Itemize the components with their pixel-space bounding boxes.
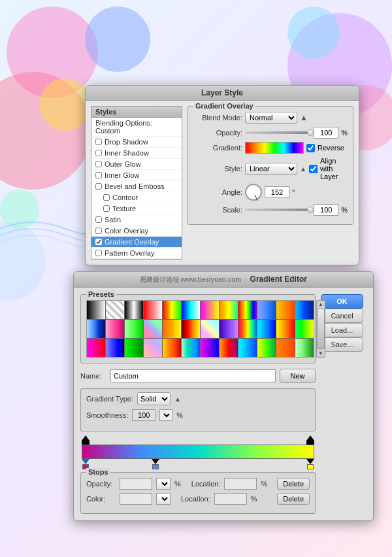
- gradient-bar[interactable]: [82, 445, 314, 459]
- opacity-input[interactable]: [314, 127, 338, 139]
- drop-shadow-checkbox[interactable]: [95, 139, 102, 145]
- reverse-checkbox[interactable]: [306, 144, 315, 152]
- preset-1[interactable]: [106, 301, 124, 319]
- angle-input[interactable]: [265, 186, 289, 198]
- preset-27[interactable]: [144, 339, 162, 357]
- style-satin[interactable]: Satin: [91, 214, 182, 226]
- smoothness-select[interactable]: ▼: [159, 409, 172, 421]
- preset-35[interactable]: [295, 339, 314, 357]
- preset-29[interactable]: [182, 339, 200, 357]
- contour-checkbox[interactable]: [103, 194, 110, 201]
- name-input[interactable]: [110, 369, 276, 382]
- preset-15[interactable]: [144, 320, 162, 338]
- color-stop-blue[interactable]: [152, 459, 159, 469]
- scale-slider-track[interactable]: [245, 209, 311, 211]
- blend-mode-select[interactable]: Normal Multiply Screen: [245, 112, 297, 124]
- style-pattern-overlay[interactable]: Pattern Overlay: [91, 248, 182, 259]
- save-button[interactable]: Save...: [321, 337, 363, 352]
- preset-32[interactable]: [238, 339, 257, 357]
- preset-4[interactable]: [163, 301, 181, 319]
- inner-glow-checkbox[interactable]: [95, 172, 102, 178]
- preset-21[interactable]: [257, 320, 276, 338]
- gradient-preview[interactable]: [245, 142, 304, 154]
- style-color-overlay[interactable]: Color Overlay: [91, 226, 182, 237]
- preset-25[interactable]: [106, 339, 124, 357]
- opacity-stop-right[interactable]: [306, 435, 314, 446]
- preset-22[interactable]: [276, 320, 295, 338]
- color-stop-input[interactable]: [120, 493, 152, 505]
- preset-0[interactable]: [87, 301, 105, 319]
- preset-16[interactable]: [163, 320, 181, 338]
- scale-slider-thumb[interactable]: [307, 207, 314, 213]
- texture-checkbox[interactable]: [103, 205, 110, 212]
- preset-24[interactable]: [87, 339, 105, 357]
- color-delete-button[interactable]: Delete: [277, 493, 310, 505]
- style-texture[interactable]: Texture: [91, 203, 182, 214]
- preset-23[interactable]: [295, 320, 314, 338]
- preset-13[interactable]: [106, 320, 124, 338]
- scale-input[interactable]: [314, 204, 338, 216]
- load-button[interactable]: Load...: [321, 323, 363, 337]
- gradient-overlay-checkbox[interactable]: [95, 239, 102, 245]
- preset-33[interactable]: [257, 339, 276, 357]
- style-bevel-emboss[interactable]: Bevel and Emboss: [91, 181, 182, 192]
- style-contour[interactable]: Contour: [91, 192, 182, 203]
- style-select[interactable]: Linear Radial Angle: [245, 163, 297, 175]
- opacity-stop-input[interactable]: [120, 478, 152, 490]
- preset-3[interactable]: [144, 301, 162, 319]
- angle-dial[interactable]: [245, 184, 262, 201]
- style-inner-shadow[interactable]: Inner Shadow: [91, 148, 182, 159]
- scroll-up-arrow[interactable]: ▲: [318, 301, 323, 308]
- satin-checkbox[interactable]: [95, 216, 102, 223]
- preset-30[interactable]: [201, 339, 219, 357]
- ok-button[interactable]: OK: [321, 294, 363, 309]
- smoothness-input[interactable]: [132, 409, 155, 421]
- preset-19[interactable]: [220, 320, 238, 338]
- new-button[interactable]: New: [280, 369, 316, 383]
- color-stop-select[interactable]: ▼: [156, 493, 171, 505]
- preset-8[interactable]: [238, 301, 257, 319]
- preset-17[interactable]: [182, 320, 200, 338]
- gradient-type-select[interactable]: Solid Noise: [137, 392, 171, 405]
- style-drop-shadow[interactable]: Drop Shadow: [91, 137, 182, 148]
- preset-10[interactable]: [276, 301, 295, 319]
- preset-20[interactable]: [238, 320, 257, 338]
- opacity-location-input[interactable]: [224, 478, 257, 490]
- scroll-thumb[interactable]: [317, 309, 325, 349]
- opacity-stop-select[interactable]: ▼: [156, 478, 171, 490]
- preset-34[interactable]: [276, 339, 295, 357]
- preset-28[interactable]: [163, 339, 181, 357]
- preset-6[interactable]: [201, 301, 219, 319]
- preset-31[interactable]: [220, 339, 238, 357]
- preset-14[interactable]: [125, 320, 143, 338]
- preset-12[interactable]: [87, 320, 105, 338]
- opacity-stop-left[interactable]: [82, 435, 90, 446]
- opacity-stops-row: [82, 435, 314, 445]
- align-layer-checkbox[interactable]: [309, 165, 318, 173]
- style-outer-glow[interactable]: Outer Glow: [91, 159, 182, 170]
- preset-2[interactable]: [125, 301, 143, 319]
- bevel-emboss-checkbox[interactable]: [95, 183, 102, 190]
- preset-5[interactable]: [182, 301, 200, 319]
- color-stop-yellow[interactable]: [306, 459, 314, 469]
- preset-9[interactable]: [257, 301, 276, 319]
- color-location-input[interactable]: [214, 493, 247, 505]
- preset-11[interactable]: [295, 301, 314, 319]
- preset-7[interactable]: [220, 301, 238, 319]
- preset-18[interactable]: [201, 320, 219, 338]
- style-blending-options[interactable]: Blending Options: Custom: [91, 118, 182, 137]
- opacity-slider-track[interactable]: [245, 131, 311, 134]
- scroll-down-arrow[interactable]: ▼: [318, 350, 323, 357]
- preset-26[interactable]: [125, 339, 143, 357]
- outer-glow-checkbox[interactable]: [95, 161, 102, 167]
- presets-scrollbar[interactable]: ▲ ▼: [316, 300, 325, 358]
- pattern-overlay-checkbox[interactable]: [95, 250, 102, 256]
- style-inner-glow[interactable]: Inner Glow: [91, 170, 182, 181]
- opacity-slider-thumb[interactable]: [307, 129, 314, 136]
- style-gradient-overlay[interactable]: Gradient Overlay: [91, 237, 182, 248]
- cancel-button[interactable]: Cancel: [321, 309, 363, 323]
- inner-shadow-checkbox[interactable]: [95, 150, 102, 156]
- gradient-editor-title: 思路设计论坛 www.tiesiyuan.com: [140, 276, 241, 283]
- color-overlay-checkbox[interactable]: [95, 228, 102, 234]
- opacity-delete-button[interactable]: Delete: [277, 478, 310, 490]
